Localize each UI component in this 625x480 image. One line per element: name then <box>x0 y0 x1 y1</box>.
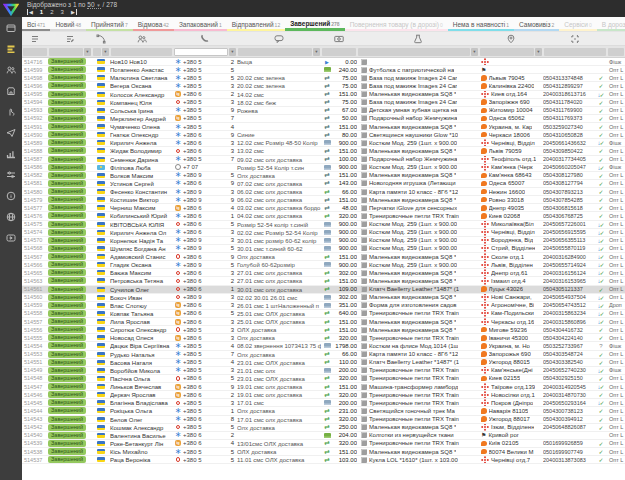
status-badge[interactable]: Завершений <box>48 147 86 154</box>
status-badge[interactable]: Завершений <box>48 139 86 146</box>
status-badge[interactable]: Завершений <box>48 253 86 260</box>
table-row[interactable]: 514579ЗавершенийКостишин Виктор∗+380 990… <box>22 196 625 204</box>
status-badge[interactable]: Завершений <box>48 261 86 268</box>
status-badge[interactable]: Завершений <box>48 66 86 73</box>
tracking-number[interactable]: 20400316153965 <box>543 277 595 284</box>
status-badge[interactable]: Завершений <box>48 424 86 431</box>
sidebar-item-info[interactable] <box>0 185 22 206</box>
status-badge[interactable]: Завершений <box>48 156 86 163</box>
sidebar-item-orders[interactable] <box>0 38 22 59</box>
sidebar-item-click[interactable] <box>0 101 22 122</box>
table-row[interactable]: 514588ЗавершенийЖидак Володимир+380 6313… <box>22 147 625 155</box>
table-row[interactable]: 514565ЗавершенийБаюка Максим+380 6327.01… <box>22 269 625 277</box>
status-badge[interactable]: Завершений <box>48 286 86 293</box>
tracking-number[interactable]: 20450656355113 <box>543 237 595 244</box>
status-badge[interactable]: Завершений <box>48 123 86 130</box>
column-header-customer[interactable] <box>110 32 173 45</box>
tracking-number[interactable]: 0504303382540 <box>543 359 595 366</box>
status-badge[interactable]: Завершений <box>48 82 86 89</box>
table-row[interactable]: 514581ЗавершенийУстинов Сергей∗+380 6907… <box>22 180 625 188</box>
tab-3[interactable]: Прийнятий7 <box>86 21 133 31</box>
last-page-button[interactable]: ▶ <box>71 9 77 15</box>
tracking-number[interactable]: 20400314870730 <box>543 391 595 398</box>
table-row[interactable]: 514590ЗавершенийГнатюк Олексндр∗+380 69С… <box>22 131 625 139</box>
table-row[interactable]: 514593ЗавершенийСольська Ірина∗+380 59Ро… <box>22 107 625 115</box>
table-row[interactable]: 514586ЗавершенийФіліпова Люба+7 07Розмір… <box>22 164 625 172</box>
tracking-number[interactable]: 20400316284900 <box>543 253 595 260</box>
status-badge[interactable]: Завершений <box>48 172 86 179</box>
page-button-2[interactable]: 2 <box>50 9 53 15</box>
status-badge[interactable]: Завершений <box>48 367 86 374</box>
table-row[interactable]: 514591ЗавершенийЧумаченко Олена∗+380 54⇄… <box>22 123 625 131</box>
table-row[interactable]: 514537ЗавершенийРаца Вероніка+380 5511.0… <box>22 456 625 464</box>
tracking-number[interactable]: 20450654937504 <box>543 294 595 301</box>
status-badge[interactable]: Завершений <box>48 99 86 106</box>
filter-dropdown-channel[interactable]: ▾ <box>102 48 109 56</box>
column-header-product[interactable] <box>357 32 479 45</box>
status-badge[interactable]: Завершений <box>48 229 86 236</box>
sidebar-item-shop[interactable] <box>0 80 22 101</box>
table-row[interactable]: 514558ЗавершенийКовпак Татьянаig+380 652… <box>22 310 625 318</box>
tab-9[interactable]: Нема в наявності1 <box>448 21 514 31</box>
tracking-number[interactable]: 20400313873083 <box>543 456 595 463</box>
tracking-number[interactable]: 0504307854285 <box>543 196 595 203</box>
status-badge[interactable]: Завершений <box>48 375 86 382</box>
table-row[interactable]: 514559ЗавершенийВлас Слотюуig+380 6326.0… <box>22 302 625 310</box>
tracking-number[interactable]: 0504305121337 <box>543 286 595 293</box>
column-header-phone[interactable] <box>173 32 237 45</box>
status-badge[interactable]: Завершений <box>48 416 86 423</box>
tracking-number[interactable]: 0504311784020 <box>543 99 595 106</box>
sidebar-item-settings[interactable] <box>0 164 22 185</box>
status-badge[interactable]: Завершений <box>48 383 86 390</box>
status-badge[interactable]: Завершений <box>48 334 86 341</box>
tab-10[interactable]: Самовивіз2 <box>514 21 559 31</box>
sidebar-item-statistics[interactable] <box>0 143 22 164</box>
tracking-number[interactable]: 20450654743512 <box>543 302 595 309</box>
status-badge[interactable]: Завершений <box>48 326 86 333</box>
table-row[interactable]: 514557ЗавершенийЛила Ярославig+380 6325.… <box>22 318 625 326</box>
tracking-number[interactable]: 20450657226001 <box>543 221 595 228</box>
table-row[interactable]: 514540ЗавершенийВалентина Василье∗+380 6… <box>22 432 625 440</box>
tracking-number[interactable]: 0503252733967 <box>543 342 595 349</box>
filter-dropdown-phone[interactable]: ▾ <box>229 48 236 56</box>
status-badge[interactable]: Завершений <box>48 407 86 414</box>
status-badge[interactable]: Завершений <box>48 180 86 187</box>
status-badge[interactable]: Завершений <box>48 294 86 301</box>
tracking-number[interactable]: 20450656915595 <box>543 229 595 236</box>
status-badge[interactable]: Завершений <box>48 399 86 406</box>
table-row[interactable]: 514594ЗавершенийКомпанец Юля+380 5318.02… <box>22 99 625 107</box>
table-row[interactable]: 514598ЗавершенийМалютина Светлана∗+380 5… <box>22 74 625 82</box>
page-button-1[interactable]: 1 <box>40 9 43 15</box>
filter-input-manager[interactable] <box>608 48 624 56</box>
filter-input-channel[interactable] <box>93 48 101 56</box>
status-badge[interactable]: Завершений <box>48 131 86 138</box>
tracking-number[interactable]: 20450655870119 <box>543 245 595 252</box>
tracking-number[interactable]: 20400315860896 <box>543 318 595 325</box>
table-row[interactable]: 514561ЗавершенийСучилов Олег+380 6130.01… <box>22 286 625 294</box>
table-row[interactable]: 514599ЗавершенийПотапенко Анастас∗+380 5… <box>22 66 625 74</box>
tracking-number[interactable]: 0504302925150 <box>543 375 595 382</box>
status-badge[interactable]: Завершений <box>48 204 86 211</box>
filter-dropdown-status[interactable]: ▾ <box>84 48 91 56</box>
tab-12[interactable]: В дорозі додому0 <box>597 21 625 31</box>
column-header-tracking[interactable] <box>543 32 607 45</box>
tracking-number[interactable]: 20450660205047 <box>543 164 595 171</box>
sidebar-item-video[interactable] <box>0 227 22 248</box>
tracking-number[interactable]: 0504313374848 <box>543 74 595 81</box>
tracking-number[interactable]: 0504306815618 <box>543 204 595 211</box>
table-row[interactable]: 514570ЗавершенийКорнелюк Надія Та∗+380 9… <box>22 237 625 245</box>
table-row[interactable]: 514576ЗавершенийКобилинський Юрий∗+380 6… <box>22 212 625 220</box>
table-row[interactable]: 514587ЗавершенийСеменюк Дарина∗+380 5709… <box>22 156 625 164</box>
tracking-number[interactable]: 0504311769373 <box>543 115 595 122</box>
table-row[interactable]: 514538ЗавершенийКісь Михайло∗+380 55ОЛХ … <box>22 448 625 456</box>
table-row[interactable]: 514553ЗавершенийРудько Наталья∗+380 57Ол… <box>22 351 625 359</box>
column-header-channel[interactable] <box>92 32 110 45</box>
tracking-number[interactable]: 20400315863234 <box>543 310 595 317</box>
status-badge[interactable]: Завершений <box>48 448 86 455</box>
filter-input-status[interactable] <box>49 48 83 56</box>
status-badge[interactable]: Завершений <box>48 269 86 276</box>
tracking-number[interactable]: 20450652740230 <box>543 367 595 374</box>
filter-dropdown-delivery[interactable]: ▾ <box>535 48 542 56</box>
table-row[interactable]: 514551ЗавершенийБасова Наталя∗+380 5423.… <box>22 359 625 367</box>
tracking-number[interactable]: 0504306768725 <box>543 212 595 219</box>
